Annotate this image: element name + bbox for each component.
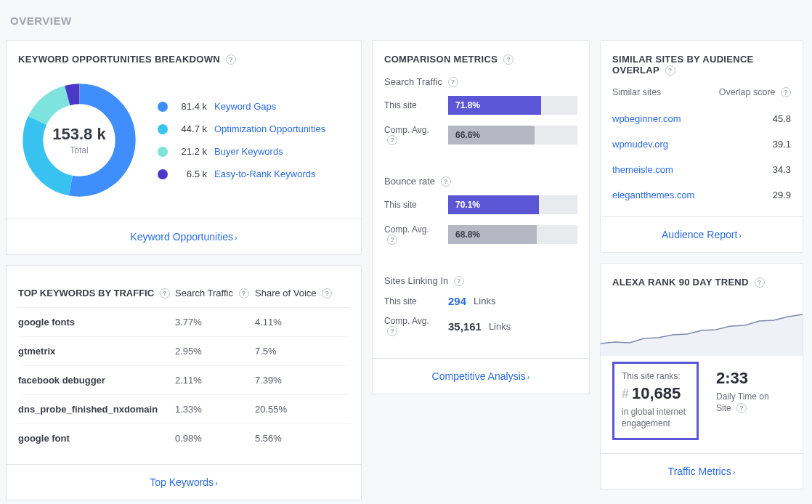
table-row: google font0.98%5.56% [18, 424, 349, 452]
donut-total-value: 153.8 k [52, 125, 105, 144]
keyword-cell: google fonts [18, 317, 175, 328]
row-label-comp-avg: Comp. Avg. [384, 125, 429, 135]
card-title-keyword-breakdown: KEYWORD OPPORTUNITIES BREAKDOWN ? [18, 54, 349, 65]
table-row: facebook debugger2.11%7.39% [18, 366, 349, 395]
overlap-score: 34.3 [773, 164, 791, 175]
similar-site-link[interactable]: wpbeginner.com [612, 113, 681, 124]
metric-label: Search Traffic [384, 76, 442, 87]
links-this-site[interactable]: 294 [448, 295, 466, 307]
column-share-of-voice: Share of Voice [255, 288, 317, 298]
traffic-cell: 1.33% [175, 404, 255, 415]
legend-row: 6.5 kEasy-to-Rank Keywords [158, 168, 349, 179]
row-label-comp-avg: Comp. Avg. [384, 224, 429, 235]
help-icon[interactable]: ? [781, 87, 791, 97]
help-icon[interactable]: ? [387, 135, 397, 145]
help-icon[interactable]: ? [454, 276, 464, 286]
overlap-score: 39.1 [773, 139, 791, 150]
help-icon[interactable]: ? [387, 235, 397, 245]
table-row: wpmudev.org39.1 [612, 131, 791, 157]
bar-this-site: 71.8% [448, 96, 541, 115]
overlap-score: 45.8 [773, 113, 791, 124]
table-row: elegantthemes.com29.9 [612, 182, 791, 208]
help-icon[interactable]: ? [226, 54, 236, 65]
legend-link[interactable]: Buyer Keywords [214, 146, 283, 157]
help-icon[interactable]: ? [160, 288, 170, 298]
link-text: Competitive Analysis [432, 370, 526, 382]
similar-site-link[interactable]: elegantthemes.com [612, 190, 694, 200]
chevron-right-icon: › [235, 233, 237, 242]
keyword-cell: gtmetrix [18, 346, 175, 357]
link-text: Top Keywords [150, 476, 214, 488]
table-row: google fonts3.77%4.11% [18, 308, 349, 337]
keyword-opportunities-link[interactable]: Keyword Opportunities› [130, 231, 237, 243]
audience-report-link[interactable]: Audience Report› [662, 229, 742, 240]
traffic-cell: 0.98% [175, 433, 255, 444]
help-icon[interactable]: ? [441, 176, 451, 187]
chevron-right-icon: › [733, 468, 736, 476]
traffic-cell: 2.11% [175, 375, 255, 386]
help-icon[interactable]: ? [322, 288, 332, 298]
time-value: 2:33 [716, 369, 784, 388]
card-title-text: ALEXA RANK 90 DAY TREND [612, 277, 749, 288]
link-text: Traffic Metrics [668, 466, 731, 477]
rank-sub: in global internet engagement [622, 406, 689, 429]
chevron-right-icon: › [215, 479, 218, 487]
row-label-this-site: This site [384, 200, 442, 210]
help-icon[interactable]: ? [736, 403, 747, 413]
links-suffix: Links [474, 296, 495, 306]
similar-site-link[interactable]: themeisle.com [612, 164, 673, 175]
share-cell: 7.5% [255, 346, 349, 357]
color-swatch [158, 102, 168, 112]
card-title-text: COMPARISON METRICS [384, 54, 498, 65]
help-icon[interactable]: ? [503, 54, 513, 65]
legend-link[interactable]: Keyword Gaps [214, 101, 276, 112]
help-icon[interactable]: ? [665, 65, 675, 76]
help-icon[interactable]: ? [448, 77, 458, 87]
table-row: gtmetrix2.95%7.5% [18, 337, 349, 366]
rank-lead: This site ranks: [622, 371, 689, 381]
help-icon[interactable]: ? [755, 277, 765, 288]
traffic-metrics-link[interactable]: Traffic Metrics› [668, 466, 736, 477]
card-title-text: KEYWORD OPPORTUNITIES BREAKDOWN [18, 54, 220, 65]
share-cell: 20.55% [255, 404, 349, 415]
row-label-comp-avg: Comp. Avg. [384, 316, 429, 326]
table-header: TOP KEYWORDS BY TRAFFIC ? Search Traffic… [18, 279, 349, 308]
legend-count: 21.2 k [175, 146, 207, 157]
card-comparison-metrics: COMPARISON METRICS ? Search Traffic ? Th… [372, 40, 590, 394]
metric-label: Bounce rate [384, 176, 435, 187]
legend-link[interactable]: Optimization Opportunities [214, 123, 325, 134]
card-title-similar-sites: SIMILAR SITES BY AUDIENCE OVERLAP ? [612, 54, 791, 76]
help-icon[interactable]: ? [387, 326, 397, 336]
traffic-cell: 3.77% [175, 317, 255, 328]
keyword-cell: dns_probe_finished_nxdomain [18, 404, 175, 415]
legend-link[interactable]: Easy-to-Rank Keywords [214, 168, 315, 179]
traffic-cell: 2.95% [175, 346, 255, 357]
table-row: themeisle.com34.3 [612, 157, 791, 182]
section-bounce-rate: Bounce rate ? This site 70.1% Comp. Avg.… [384, 176, 577, 255]
chevron-right-icon: › [527, 373, 530, 381]
metric-label: Sites Linking In [384, 275, 448, 286]
bar-track: 66.6% [448, 126, 577, 145]
rank-value: 10,685 [632, 384, 681, 403]
card-title-alexa: ALEXA RANK 90 DAY TREND ? [612, 277, 791, 288]
card-keyword-breakdown: KEYWORD OPPORTUNITIES BREAKDOWN ? 153.8 … [6, 40, 362, 255]
daily-time-box: 2:33 Daily Time on Site ? [709, 362, 791, 440]
links-suffix: Links [489, 321, 511, 332]
column-search-traffic: Search Traffic [175, 288, 233, 298]
share-cell: 5.56% [255, 433, 349, 444]
competitive-analysis-link[interactable]: Competitive Analysis› [432, 370, 530, 382]
donut-chart: 153.8 k Total [18, 79, 140, 201]
similar-site-link[interactable]: wpmudev.org [612, 139, 668, 150]
help-icon[interactable]: ? [239, 288, 249, 298]
card-alexa-rank: ALEXA RANK 90 DAY TREND ? This site rank… [600, 263, 803, 489]
top-keywords-link[interactable]: Top Keywords› [150, 476, 218, 488]
column-overlap-score: Overlap score [719, 87, 776, 97]
table-row: dns_probe_finished_nxdomain1.33%20.55% [18, 395, 349, 424]
page-title: OVERVIEW [6, 7, 806, 40]
row-label-this-site: This site [384, 296, 442, 306]
bar-track: 70.1% [448, 195, 577, 214]
bar-track: 68.8% [448, 225, 577, 244]
legend-count: 6.5 k [175, 168, 207, 179]
keyword-cell: facebook debugger [18, 375, 175, 386]
bar-track: 71.8% [448, 96, 577, 115]
